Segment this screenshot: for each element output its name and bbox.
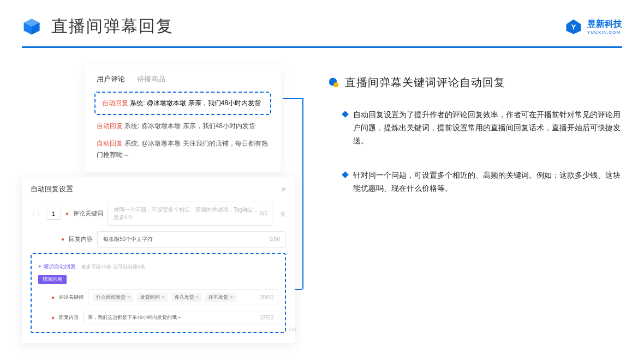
auto-reply-tag: 自动回复 (97, 122, 123, 130)
header-divider (22, 46, 622, 48)
page-title: 直播间弹幕回复 (51, 15, 174, 38)
section-title: 直播间弹幕关键词评论自动回复 (345, 75, 505, 90)
brand-url: YUUXIN.COM (587, 30, 622, 35)
comments-panel: 用户评论 待播商品 自动回复 系统: @冰墩墩本墩 亲亲，我们48小时内发货 自… (85, 64, 281, 172)
ex-content-value: 亲，我们这边都是下单48小时内发货的哦～ (88, 314, 182, 321)
required-dot: ● (61, 236, 64, 242)
auto-reply-settings-panel: 自动回复设置 × ⋮⋮ 1 ● 评论关键词 对同一个问题，可设置多个相近、高频的… (22, 177, 295, 343)
connector-line (302, 98, 303, 289)
keyword-counter: 0/5 (260, 210, 267, 216)
close-icon[interactable]: × (281, 184, 286, 194)
placeholder-text: 对同一个问题，可设置多个相近、高频的关键词，Tag确定，最多5个 (114, 206, 260, 221)
ex-content-label: 回复内容 (59, 314, 79, 321)
ex-content-counter: 37/50 (260, 315, 273, 321)
ex-keyword-input[interactable]: 什么时候发货× 发货时间× 多久发货× 还不发货× 20/50 (88, 289, 278, 305)
example-section: + 增加自动回复 最多可建10条 还可以创建9条 填写示例 ● 评论关键词 什么… (31, 253, 286, 333)
content-label: 回复内容 (69, 235, 93, 243)
cube-icon (22, 17, 41, 37)
drag-handle-icon[interactable]: ⋮⋮ (31, 210, 41, 216)
comment-row: 自动回复 系统: @冰墩墩本墩 亲亲，我们48小时内发货 (94, 120, 271, 132)
add-hint: 最多可建10条 还可以创建9条 (81, 264, 145, 269)
bullet-text: 针对同一个问题，可设置多个相近的、高频的关键词。例如：这款多少钱、这块能优惠吗、… (353, 169, 622, 195)
svg-text:Y: Y (571, 23, 576, 31)
comment-text: 系统: @冰墩墩本墩 亲亲，我们48小时内发货 (130, 99, 261, 107)
bullet-item: 自动回复设置为了提升作者的评论回复效率，作者可在开播前针对常见的评论用户问题，提… (327, 108, 622, 147)
settings-title: 自动回复设置 (31, 184, 73, 194)
brand-name: 昱新科技 (587, 19, 622, 28)
required-dot: ● (51, 294, 55, 300)
brand-logo-icon: Y (565, 19, 582, 35)
required-dot: ● (65, 210, 69, 216)
tag-chip[interactable]: 发货时间× (137, 293, 168, 302)
delete-icon[interactable]: 🗑 (280, 210, 286, 217)
tag-chip[interactable]: 什么时候发货× (93, 293, 133, 302)
add-auto-reply-link[interactable]: + 增加自动回复 (38, 263, 76, 269)
ex-kw-counter: 20/50 (260, 294, 273, 300)
outer-counter: /50 (289, 327, 296, 332)
bubble-icon (327, 77, 339, 89)
highlighted-comment: 自动回复 系统: @冰墩墩本墩 亲亲，我们48小时内发货 (94, 92, 271, 115)
comment-text: 系统: @冰墩墩本墩 亲亲，我们48小时内发货 (124, 122, 255, 130)
comment-text: 系统: @冰墩墩本墩 关注我们的店铺，每日都有热门推荐呦～ (97, 140, 268, 159)
content-input[interactable]: 每条限50个中文字符 0/50 (97, 231, 286, 248)
index-number: 1 (46, 208, 61, 220)
required-dot: ● (51, 315, 55, 321)
auto-reply-tag: 自动回复 (97, 140, 123, 147)
example-badge: 填写示例 (38, 275, 67, 284)
bullet-text: 自动回复设置为了提升作者的评论回复效率，作者可在开播前针对常见的评论用户问题，提… (353, 108, 622, 147)
bullet-item: 针对同一个问题，可设置多个相近的、高频的关键词。例如：这款多少钱、这块能优惠吗、… (327, 169, 622, 195)
comment-row: 自动回复 系统: @冰墩墩本墩 关注我们的店铺，每日都有热门推荐呦～ (94, 138, 271, 161)
tag-chip[interactable]: 还不发货× (205, 293, 236, 302)
tag-chip[interactable]: 多久发货× (171, 293, 202, 302)
tab-pending-products[interactable]: 待播商品 (137, 74, 165, 84)
svg-point-6 (333, 82, 338, 87)
content-value: 每条限50个中文字符 (103, 236, 153, 243)
ex-content-input[interactable]: 亲，我们这边都是下单48小时内发货的哦～ 37/50 (83, 311, 278, 324)
ex-keyword-label: 评论关键词 (59, 294, 84, 301)
tab-user-comments[interactable]: 用户评论 (97, 74, 125, 84)
tag-list: 什么时候发货× 发货时间× 多久发货× 还不发货× (93, 293, 238, 302)
diamond-icon (342, 111, 349, 118)
content-counter: 0/50 (270, 236, 280, 242)
keyword-input[interactable]: 对同一个问题，可设置多个相近、高频的关键词，Tag确定，最多5个 0/5 (108, 202, 273, 226)
keyword-label: 评论关键词 (73, 209, 103, 218)
auto-reply-tag: 自动回复 (102, 99, 128, 107)
diamond-icon (342, 172, 349, 179)
connector-line (283, 98, 302, 99)
